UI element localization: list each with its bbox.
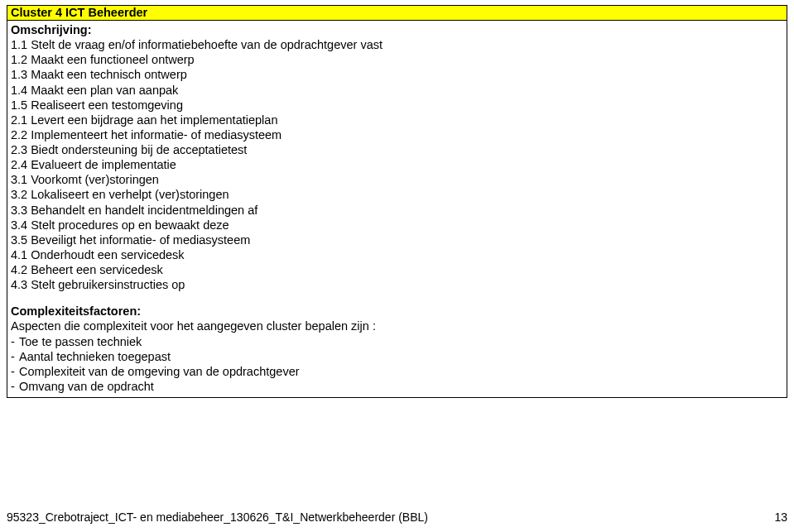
omschrijving-item: 1.4 Maakt een plan van aanpak [11, 83, 783, 98]
complexiteit-item: - Omvang van de opdracht [11, 379, 783, 394]
bullet-dash-icon: - [11, 334, 19, 349]
omschrijving-item: 3.2 Lokaliseert en verhelpt (ver)storing… [11, 187, 783, 202]
section-spacer [11, 292, 783, 304]
complexiteit-item: - Complexiteit van de omgeving van de op… [11, 364, 783, 379]
cluster-title: Cluster 4 ICT Beheerder [11, 6, 147, 19]
omschrijving-item: 1.5 Realiseert een testomgeving [11, 98, 783, 113]
complexiteit-intro: Aspecten die complexiteit voor het aange… [11, 319, 783, 333]
page-footer: 95323_Crebotraject_ICT- en mediabeheer_1… [7, 510, 787, 524]
omschrijving-item: 3.4 Stelt procedures op en bewaakt deze [11, 218, 783, 232]
omschrijving-label: Omschrijving: [11, 22, 783, 37]
content-box: Cluster 4 ICT Beheerder Omschrijving: 1.… [7, 5, 787, 398]
omschrijving-item: 3.1 Voorkomt (ver)storingen [11, 172, 783, 187]
omschrijving-item: 3.5 Beveiligt het informatie- of mediasy… [11, 232, 783, 247]
omschrijving-item: 2.3 Biedt ondersteuning bij de acceptati… [11, 142, 783, 157]
footer-page-number: 13 [774, 510, 787, 524]
complexiteit-item-text: Toe te passen techniek [19, 334, 142, 349]
omschrijving-item: 2.2 Implementeert het informatie- of med… [11, 127, 783, 142]
omschrijving-item: 4.1 Onderhoudt een servicedesk [11, 247, 783, 262]
omschrijving-item: 4.3 Stelt gebruikersinstructies op [11, 277, 783, 292]
bullet-dash-icon: - [11, 364, 19, 379]
body-cell: Omschrijving: 1.1 Stelt de vraag en/of i… [7, 21, 787, 397]
omschrijving-item: 3.3 Behandelt en handelt incidentmelding… [11, 203, 783, 218]
footer-filename: 95323_Crebotraject_ICT- en mediabeheer_1… [7, 510, 428, 524]
complexiteit-item-text: Omvang van de opdracht [19, 379, 154, 394]
complexiteit-item-text: Complexiteit van de omgeving van de opdr… [19, 364, 300, 379]
omschrijving-item: 2.4 Evalueert de implementatie [11, 157, 783, 172]
complexiteit-label: Complexiteitsfactoren: [11, 304, 783, 319]
complexiteit-item-text: Aantal technieken toegepast [19, 349, 171, 364]
omschrijving-item: 1.3 Maakt een technisch ontwerp [11, 67, 783, 82]
complexiteit-item: - Aantal technieken toegepast [11, 349, 783, 364]
cluster-title-row: Cluster 4 ICT Beheerder [7, 6, 787, 21]
omschrijving-item: 4.2 Beheert een servicedesk [11, 262, 783, 277]
complexiteit-item: - Toe te passen techniek [11, 334, 783, 349]
document-page: Cluster 4 ICT Beheerder Omschrijving: 1.… [0, 0, 794, 532]
omschrijving-item: 2.1 Levert een bijdrage aan het implemen… [11, 113, 783, 127]
bullet-dash-icon: - [11, 379, 19, 394]
bullet-dash-icon: - [11, 349, 19, 364]
omschrijving-item: 1.1 Stelt de vraag en/of informatiebehoe… [11, 37, 783, 52]
omschrijving-item: 1.2 Maakt een functioneel ontwerp [11, 52, 783, 67]
